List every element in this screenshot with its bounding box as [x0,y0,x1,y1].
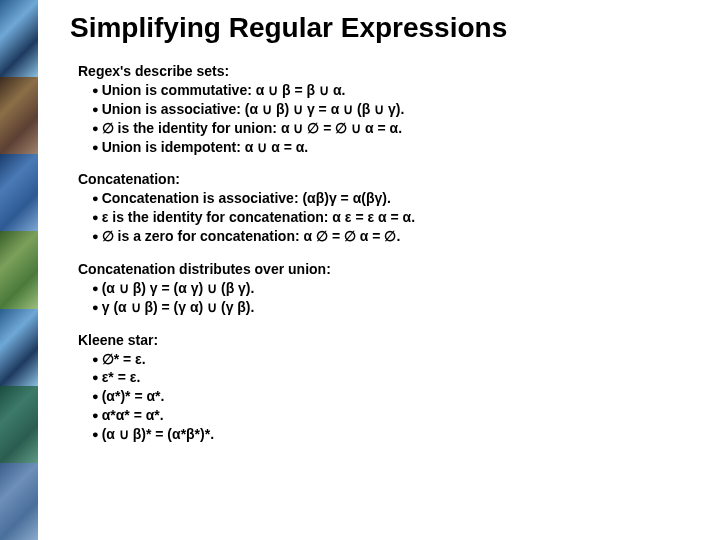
bullet-item: ∅ is a zero for concatenation: α ∅ = ∅ α… [78,227,710,246]
bullet-item: (α*)* = α*. [78,387,710,406]
bullet-item: Union is commutative: α ∪ β = β ∪ α. [78,81,710,100]
sidebar-tile [0,386,38,463]
section-concatenation: Concatenation: Concatenation is associat… [78,170,710,246]
bullet-item: ε is the identity for concatenation: α ε… [78,208,710,227]
bullet-item: ∅* = ε. [78,350,710,369]
section-regex-sets: Regex's describe sets: Union is commutat… [78,62,710,156]
bullet-item: α*α* = α*. [78,406,710,425]
sidebar-tile [0,154,38,231]
decorative-sidebar [0,0,38,540]
sidebar-tile [0,309,38,386]
bullet-item: Concatenation is associative: (αβ)γ = α(… [78,189,710,208]
sidebar-tile [0,77,38,154]
bullet-item: (α ∪ β)* = (α*β*)*. [78,425,710,444]
slide-content: Simplifying Regular Expressions Regex's … [38,0,720,540]
bullet-item: Union is idempotent: α ∪ α = α. [78,138,710,157]
section-head: Regex's describe sets: [78,62,710,81]
section-head: Concatenation distributes over union: [78,260,710,279]
section-head: Concatenation: [78,170,710,189]
bullet-item: (α ∪ β) γ = (α γ) ∪ (β γ). [78,279,710,298]
section-head: Kleene star: [78,331,710,350]
section-kleene-star: Kleene star: ∅* = ε. ε* = ε. (α*)* = α*.… [78,331,710,444]
sidebar-tile [0,0,38,77]
bullet-item: Union is associative: (α ∪ β) ∪ γ = α ∪ … [78,100,710,119]
section-distribution: Concatenation distributes over union: (α… [78,260,710,317]
slide-title: Simplifying Regular Expressions [70,12,710,44]
bullet-item: ε* = ε. [78,368,710,387]
bullet-item: ∅ is the identity for union: α ∪ ∅ = ∅ ∪… [78,119,710,138]
sidebar-tile [0,231,38,308]
bullet-item: γ (α ∪ β) = (γ α) ∪ (γ β). [78,298,710,317]
sidebar-tile [0,463,38,540]
